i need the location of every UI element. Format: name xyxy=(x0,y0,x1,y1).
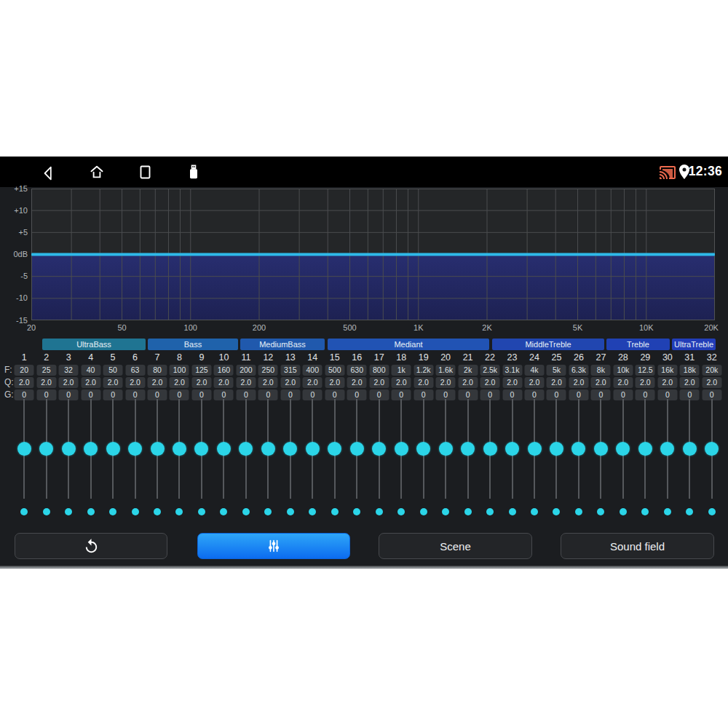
band-slider-knob[interactable] xyxy=(106,442,120,456)
back-icon[interactable] xyxy=(39,163,57,181)
band-q-value[interactable]: 2.0 xyxy=(525,377,545,388)
band-q-value[interactable]: 2.0 xyxy=(303,377,323,388)
band-slider-knob[interactable] xyxy=(594,442,608,456)
recents-icon[interactable] xyxy=(136,163,154,181)
band-q-value[interactable]: 2.0 xyxy=(458,377,478,388)
band-slider-knob[interactable] xyxy=(239,442,253,456)
band-q-value[interactable]: 2.0 xyxy=(702,377,721,388)
band-frequency-value[interactable]: 32 xyxy=(59,365,79,376)
band-frequency-value[interactable]: 16k xyxy=(657,365,677,376)
band-frequency-value[interactable]: 1.2k xyxy=(414,365,433,376)
band-q-value[interactable]: 2.0 xyxy=(59,377,79,388)
band-slider-knob[interactable] xyxy=(372,442,386,456)
band-frequency-value[interactable]: 6.3k xyxy=(569,365,588,376)
band-slider-knob[interactable] xyxy=(705,442,719,456)
band-slider-knob[interactable] xyxy=(505,442,519,456)
band-q-value[interactable]: 2.0 xyxy=(414,377,433,388)
band-q-value[interactable]: 2.0 xyxy=(347,377,367,388)
band-frequency-value[interactable]: 3.1k xyxy=(502,365,522,376)
band-q-value[interactable]: 2.0 xyxy=(547,377,566,388)
reset-button[interactable] xyxy=(15,533,167,559)
band-q-value[interactable]: 2.0 xyxy=(325,377,344,388)
band-frequency-value[interactable]: 800 xyxy=(369,365,389,376)
band-q-value[interactable]: 2.0 xyxy=(258,377,278,388)
band-frequency-value[interactable]: 1.6k xyxy=(436,365,456,376)
band-q-value[interactable]: 2.0 xyxy=(36,377,56,388)
band-q-value[interactable]: 2.0 xyxy=(502,377,522,388)
band-q-value[interactable]: 2.0 xyxy=(103,377,123,388)
band-q-value[interactable]: 2.0 xyxy=(125,377,145,388)
band-group-mediumbass[interactable]: MediumBass xyxy=(240,339,325,350)
band-slider-knob[interactable] xyxy=(217,442,231,456)
band-q-value[interactable]: 2.0 xyxy=(214,377,234,388)
band-frequency-value[interactable]: 8k xyxy=(591,365,611,376)
band-frequency-value[interactable]: 63 xyxy=(125,365,145,376)
band-slider-knob[interactable] xyxy=(62,442,76,456)
band-frequency-value[interactable]: 12.5 xyxy=(636,365,655,376)
band-q-value[interactable]: 2.0 xyxy=(392,377,411,388)
band-slider-knob[interactable] xyxy=(683,442,697,456)
band-slider-knob[interactable] xyxy=(151,442,165,456)
band-q-value[interactable]: 2.0 xyxy=(657,377,677,388)
band-q-value[interactable]: 2.0 xyxy=(148,377,167,388)
home-icon[interactable] xyxy=(88,163,106,181)
band-q-value[interactable]: 2.0 xyxy=(170,377,189,388)
band-frequency-value[interactable]: 40 xyxy=(81,365,100,376)
sound-field-button[interactable]: Sound field xyxy=(561,533,714,559)
band-slider-knob[interactable] xyxy=(306,442,320,456)
band-slider-knob[interactable] xyxy=(660,442,674,456)
band-q-value[interactable]: 2.0 xyxy=(81,377,100,388)
band-group-mediant[interactable]: Mediant xyxy=(328,339,489,350)
band-frequency-value[interactable]: 20 xyxy=(15,365,34,376)
band-frequency-value[interactable]: 100 xyxy=(170,365,189,376)
band-frequency-value[interactable]: 315 xyxy=(280,365,300,376)
band-q-value[interactable]: 2.0 xyxy=(436,377,456,388)
band-slider-knob[interactable] xyxy=(571,442,585,456)
band-frequency-value[interactable]: 630 xyxy=(347,365,367,376)
band-slider-knob[interactable] xyxy=(194,442,208,456)
band-slider-knob[interactable] xyxy=(550,442,563,456)
band-q-value[interactable]: 2.0 xyxy=(369,377,389,388)
band-frequency-value[interactable]: 125 xyxy=(191,365,211,376)
band-slider-knob[interactable] xyxy=(173,442,186,456)
band-frequency-value[interactable]: 4k xyxy=(525,365,545,376)
band-slider-knob[interactable] xyxy=(17,442,31,456)
scene-button[interactable]: Scene xyxy=(379,533,532,559)
band-slider-knob[interactable] xyxy=(616,442,630,456)
band-q-value[interactable]: 2.0 xyxy=(480,377,500,388)
band-q-value[interactable]: 2.0 xyxy=(280,377,300,388)
band-q-value[interactable]: 2.0 xyxy=(680,377,700,388)
band-group-ultratreble[interactable]: UltraTreble xyxy=(672,339,716,350)
band-frequency-value[interactable]: 25 xyxy=(36,365,56,376)
band-frequency-value[interactable]: 5k xyxy=(547,365,566,376)
band-slider-knob[interactable] xyxy=(416,442,430,456)
band-frequency-value[interactable]: 500 xyxy=(325,365,344,376)
band-slider-knob[interactable] xyxy=(128,442,142,456)
band-q-value[interactable]: 2.0 xyxy=(236,377,256,388)
band-q-value[interactable]: 2.0 xyxy=(191,377,211,388)
band-slider-knob[interactable] xyxy=(439,442,453,456)
band-group-bass[interactable]: Bass xyxy=(148,339,238,350)
band-frequency-value[interactable]: 2.5k xyxy=(480,365,500,376)
band-frequency-value[interactable]: 1k xyxy=(392,365,411,376)
eq-button[interactable] xyxy=(197,533,350,559)
band-frequency-value[interactable]: 20k xyxy=(702,365,721,376)
band-slider-knob[interactable] xyxy=(483,442,497,456)
band-frequency-value[interactable]: 250 xyxy=(258,365,278,376)
band-slider-knob[interactable] xyxy=(328,442,341,456)
band-q-value[interactable]: 2.0 xyxy=(613,377,633,388)
band-slider-knob[interactable] xyxy=(528,442,542,456)
band-slider-knob[interactable] xyxy=(350,442,364,456)
band-group-ultrabass[interactable]: UltraBass xyxy=(42,339,146,350)
band-q-value[interactable]: 2.0 xyxy=(636,377,655,388)
band-group-middletreble[interactable]: MiddleTreble xyxy=(492,339,604,350)
band-q-value[interactable]: 2.0 xyxy=(569,377,588,388)
band-q-value[interactable]: 2.0 xyxy=(15,377,34,388)
band-frequency-value[interactable]: 50 xyxy=(103,365,123,376)
band-slider-knob[interactable] xyxy=(261,442,275,456)
band-frequency-value[interactable]: 18k xyxy=(680,365,700,376)
band-group-treble[interactable]: Treble xyxy=(606,339,670,350)
band-frequency-value[interactable]: 200 xyxy=(236,365,256,376)
band-q-value[interactable]: 2.0 xyxy=(591,377,611,388)
band-frequency-value[interactable]: 80 xyxy=(148,365,167,376)
